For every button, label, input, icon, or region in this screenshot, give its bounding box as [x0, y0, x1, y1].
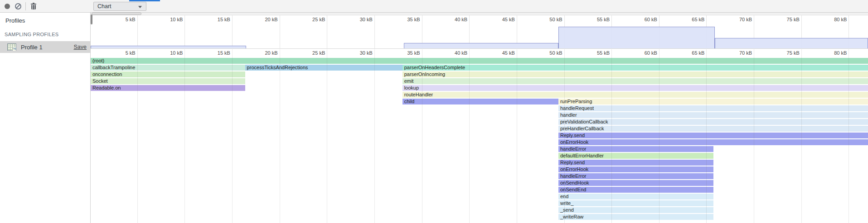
overview-tick-label: 10 kB	[156, 17, 183, 22]
overview-gridline	[327, 15, 327, 48]
trash-icon	[31, 3, 36, 9]
overview-area-segment	[91, 46, 246, 48]
flame-bar-reply-send[interactable]: Reply.send	[558, 133, 868, 138]
flame-chart-pane: 5 kB10 kB15 kB20 kB25 kB30 kB35 kB40 kB4…	[91, 13, 868, 223]
overview-tick-label: 50 kB	[536, 17, 563, 22]
flame-bar--send[interactable]: _send	[558, 207, 713, 213]
flame-gridline	[374, 49, 375, 223]
flame-bar--root-[interactable]: (root)	[91, 58, 868, 64]
sidebar-title: Profiles	[0, 13, 90, 24]
flame-bar-readable-on[interactable]: Readable.on	[91, 85, 245, 91]
flame-bar-handleerror[interactable]: handleError	[558, 146, 713, 152]
overview-tick-label: 65 kB	[678, 17, 704, 22]
horizontal-scrollbar-thumb[interactable]	[92, 13, 141, 15]
overview-gridline	[232, 15, 233, 48]
overview-tick-label: 20 kB	[252, 17, 278, 22]
profiles-sidebar: Profiles SAMPLING PROFILES % Profile 1 S…	[0, 13, 91, 223]
flame-bar-defaulterrorhandler[interactable]: defaultErrorHandler	[558, 153, 713, 159]
overview-tick-label: 30 kB	[346, 17, 373, 22]
flame-bar-onerrorhook[interactable]: onErrorHook	[558, 166, 713, 172]
overview-area-segment	[558, 27, 715, 48]
flame-gridline	[327, 49, 327, 223]
overview-tick-label: 5 kB	[109, 17, 136, 22]
flame-bar-parseronincoming[interactable]: parserOnIncoming	[402, 71, 868, 77]
flame-chart-area: (root)callbackTrampolineprocessTicksAndR…	[91, 49, 868, 223]
flame-bar-handler[interactable]: handler	[558, 112, 868, 118]
flame-bar-prevalidationcallback[interactable]: preValidationCallback	[558, 119, 868, 125]
overview-tick-label: 15 kB	[204, 17, 230, 22]
delete-profile-button[interactable]	[28, 1, 39, 11]
overview-area-segment	[404, 43, 558, 48]
clear-icon	[15, 3, 21, 9]
toolbar-separator	[25, 2, 26, 10]
overview-tick-label: 75 kB	[773, 17, 800, 22]
view-mode-value: Chart	[97, 3, 112, 9]
overview-gridline	[374, 15, 375, 48]
overview-tick-label: 25 kB	[299, 17, 325, 22]
flame-bar-onsendhook[interactable]: onSendHook	[558, 180, 713, 186]
memory-overview-chart[interactable]: 5 kB10 kB15 kB20 kB25 kB30 kB35 kB40 kB4…	[91, 15, 868, 49]
profile-icon: %	[7, 43, 16, 51]
overview-gridline	[280, 15, 280, 48]
flame-bar-callbacktrampoline[interactable]: callbackTrampoline	[91, 65, 245, 71]
flame-bar-reply-send[interactable]: Reply.send	[558, 160, 713, 166]
sampling-profiles-header: SAMPLING PROFILES	[0, 24, 90, 37]
overview-tick-label: 35 kB	[394, 17, 420, 22]
flame-bar-runpreparsing[interactable]: runPreParsing	[558, 99, 868, 104]
flame-gridline	[280, 49, 280, 223]
profile-list-item[interactable]: % Profile 1 Save	[0, 41, 90, 53]
devtools-sampling-profiler-panel: Chart Profiles SAMPLING PROFILES % Profi…	[0, 0, 868, 223]
overview-tick-label: 55 kB	[583, 17, 610, 22]
overview-tick-label: 80 kB	[820, 17, 847, 22]
active-tab-underline	[129, 0, 160, 1]
profile-name: Profile 1	[21, 44, 74, 51]
record-button[interactable]	[2, 1, 13, 11]
flame-bar-lookup[interactable]: lookup	[402, 85, 868, 91]
overview-tick-label: 40 kB	[441, 17, 467, 22]
flame-bar-onconnection[interactable]: onconnection	[91, 71, 245, 77]
flame-bar-write-[interactable]: write_	[558, 200, 713, 206]
overview-tick-label: 70 kB	[726, 17, 752, 22]
dropdown-caret-icon	[138, 6, 142, 8]
flame-bar-parseronheaderscomplete[interactable]: parserOnHeadersComplete	[402, 65, 868, 71]
save-profile-link[interactable]: Save	[74, 44, 87, 50]
flame-bar-handlerequest[interactable]: handleRequest	[558, 105, 868, 111]
profiler-toolbar: Chart	[0, 0, 868, 13]
overview-tick-label: 60 kB	[631, 17, 657, 22]
overview-gridline	[184, 15, 185, 48]
flame-bar-socket[interactable]: Socket	[91, 78, 245, 84]
overview-gridline	[137, 15, 138, 48]
flame-bar-routehandler[interactable]: routeHandler	[402, 92, 868, 98]
view-mode-select[interactable]: Chart	[93, 2, 146, 11]
flame-bar-onerrorhook[interactable]: onErrorHook	[558, 139, 868, 145]
record-icon	[5, 4, 10, 9]
flame-bar-child[interactable]: child	[402, 99, 558, 104]
flame-bar-processticksandrejections[interactable]: processTicksAndRejections	[245, 65, 402, 71]
flame-bar-emit[interactable]: emit	[402, 78, 868, 84]
clear-all-button[interactable]	[13, 1, 24, 11]
flame-bar--writeraw[interactable]: _writeRaw	[558, 214, 713, 220]
flame-bar-handleerror[interactable]: handleError	[558, 173, 713, 179]
overview-tick-label: 45 kB	[489, 17, 515, 22]
overview-area-segment	[715, 38, 868, 48]
flame-bar-end[interactable]: end	[558, 194, 713, 199]
flame-bar-prehandlercallback[interactable]: preHandlerCallback	[558, 126, 868, 132]
flame-bar-onsendend[interactable]: onSendEnd	[558, 187, 713, 193]
vertical-scrollbar-thumb[interactable]	[91, 14, 92, 24]
